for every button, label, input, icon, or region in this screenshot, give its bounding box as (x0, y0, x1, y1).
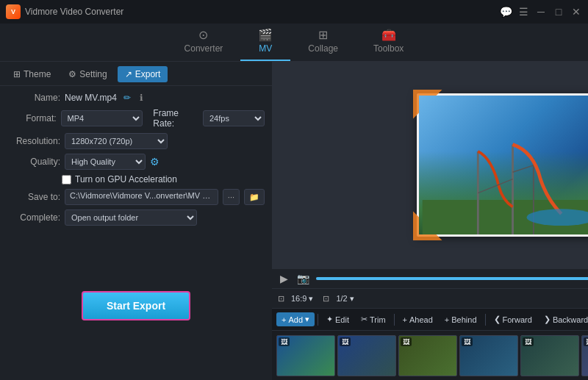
subtab-theme-label: Theme (24, 69, 51, 79)
trim-icon: ✂ (361, 315, 368, 324)
timeline-thumb-5[interactable]: 🖼 (520, 335, 579, 376)
maximize-button[interactable]: □ (553, 6, 564, 18)
resolution-row: Resolution: 1280x720 (720p) 1920x1080 (1… (7, 133, 265, 149)
edit-button[interactable]: ✦ Edit (321, 312, 354, 326)
bottom-toolbar: + Add ▾ ✦ Edit ✂ Trim + Ahead + Behind (272, 308, 588, 330)
timeline-thumb-6[interactable]: 🖼 (581, 335, 588, 376)
right-panel: + ▶ 📷 00:00:38.03/00:00:40.00 🔊 ⊡ (272, 62, 588, 380)
collage-icon: ⊞ (318, 28, 328, 42)
start-export-area: Start Export ← (0, 232, 272, 380)
save-path-display: C:\Vidmore\Vidmore V...onverter\MV Expor… (65, 189, 218, 205)
behind-icon: + (445, 315, 449, 324)
ratio-chevron-icon: ▾ (309, 294, 313, 304)
subtab-theme[interactable]: ⊞ Theme (6, 66, 58, 82)
ratio-value: 16:9 (291, 294, 306, 303)
title-bar-controls: 💬 ☰ ─ □ ✕ (500, 6, 582, 18)
toolbar-separator-2 (394, 314, 395, 326)
backward-label: Backward (553, 315, 588, 324)
fraction-button[interactable]: 1/2 ▾ (332, 293, 357, 305)
gpu-label: Turn on GPU Acceleration (75, 174, 177, 184)
timeline-thumb-3[interactable]: 🖼 (398, 335, 457, 376)
complete-label: Complete: (7, 212, 60, 223)
name-row: Name: New MV.mp4 ✏ ℹ (7, 92, 265, 104)
trim-button[interactable]: ✂ Trim (356, 312, 391, 326)
timeline-thumb-2[interactable]: 🖼 (337, 335, 396, 376)
forward-label: Forward (503, 315, 532, 324)
left-panel: ⊞ Theme ⚙ Setting ↗ Export Name: New MV.… (0, 62, 272, 380)
format-row: Format: MP4 MOV AVI Frame Rate: 24fps 30… (7, 108, 265, 129)
close-button[interactable]: ✕ (570, 6, 582, 18)
thumb-icon-5: 🖼 (523, 337, 534, 346)
fraction-chevron-icon: ▾ (350, 294, 354, 304)
forward-icon: ❮ (494, 315, 501, 324)
format-select[interactable]: MP4 MOV AVI (61, 110, 143, 126)
title-bar-left: V Vidmore Video Converter (6, 4, 123, 19)
toolbar-separator-1 (318, 314, 318, 326)
tab-toolbox[interactable]: 🧰 Toolbox (356, 24, 421, 61)
tab-mv[interactable]: 🎬 MV (240, 24, 290, 61)
add-button[interactable]: + Add ▾ (276, 312, 315, 326)
resolution-select[interactable]: 1280x720 (720p) 1920x1080 (1080p) (65, 133, 168, 149)
timeline-thumb-4[interactable]: 🖼 (459, 335, 518, 376)
ahead-button[interactable]: + Ahead (398, 313, 438, 326)
tab-collage[interactable]: ⊞ Collage (290, 24, 356, 61)
toolbox-icon: 🧰 (381, 28, 396, 42)
backward-icon: ❯ (544, 315, 551, 324)
main-layout: ⊞ Theme ⚙ Setting ↗ Export Name: New MV.… (0, 62, 588, 380)
subtab-export-label: Export (135, 69, 161, 79)
quality-gear-icon[interactable]: ⚙ (150, 156, 159, 168)
minimize-button[interactable]: ─ (535, 6, 547, 18)
backward-button[interactable]: ❯ Backward (539, 312, 588, 326)
subtab-setting-label: Setting (79, 69, 107, 79)
thumb-icon-4: 🖼 (462, 337, 473, 346)
behind-button[interactable]: + Behind (440, 313, 482, 326)
complete-select[interactable]: Open output folder Do nothing (65, 209, 197, 226)
subtab-export[interactable]: ↗ Export (118, 66, 168, 82)
frame-rate-select[interactable]: 24fps 30fps 60fps (203, 110, 265, 126)
waterpark-svg: + (419, 137, 589, 234)
start-export-button-large[interactable]: Start Export (82, 291, 190, 320)
start-export-label: Start Export (107, 300, 165, 312)
quality-row: Quality: High Quality Medium Quality ⚙ (7, 154, 265, 170)
thumb-icon-1: 🖼 (279, 337, 290, 346)
tab-collage-label: Collage (308, 43, 338, 54)
ratio-group: ⊡ 16:9 ▾ ⊡ 1/2 ▾ (278, 293, 358, 305)
play-button[interactable]: ▶ (278, 272, 290, 285)
thumb-icon-6: 🖼 (584, 337, 588, 346)
add-chevron-icon: ▾ (305, 315, 309, 324)
browse-button[interactable]: ··· (223, 189, 240, 205)
ahead-icon: + (403, 315, 407, 324)
subtab-setting[interactable]: ⚙ Setting (61, 66, 114, 82)
forward-button[interactable]: ❮ Forward (489, 312, 537, 326)
folder-button[interactable]: 📁 (244, 189, 265, 205)
tab-toolbox-label: Toolbox (373, 43, 404, 54)
preview-area: + (272, 62, 588, 268)
edit-name-button[interactable]: ✏ (121, 92, 133, 104)
name-value: New MV.mp4 (65, 93, 117, 103)
progress-bar[interactable] (316, 277, 588, 280)
app-title: Vidmore Video Converter (25, 7, 123, 17)
message-icon[interactable]: 💬 (500, 6, 512, 18)
complete-row: Complete: Open output folder Do nothing (7, 209, 265, 226)
gpu-row: Turn on GPU Acceleration (7, 174, 265, 184)
timeline-thumb-1[interactable]: 🖼 (276, 335, 335, 376)
nav-tabs: ⊙ Converter 🎬 MV ⊞ Collage 🧰 Toolbox (0, 24, 588, 62)
mv-icon: 🎬 (258, 28, 273, 42)
info-icon[interactable]: ℹ (137, 92, 146, 104)
save-row: Save to: C:\Vidmore\Vidmore V...onverter… (7, 189, 265, 205)
toolbar-separator-3 (485, 314, 486, 326)
screenshot-button[interactable]: 📷 (295, 272, 312, 285)
svg-line-4 (478, 179, 512, 193)
export-icon: ↗ (125, 69, 132, 79)
save-label: Save to: (7, 192, 60, 202)
gpu-checkbox[interactable] (62, 175, 71, 184)
tab-converter[interactable]: ⊙ Converter (167, 24, 241, 61)
sub-tabs: ⊞ Theme ⚙ Setting ↗ Export (0, 62, 272, 86)
name-label: Name: (7, 93, 60, 103)
menu-icon[interactable]: ☰ (517, 6, 529, 18)
resolution-label: Resolution: (7, 136, 60, 146)
aspect-ratio-button[interactable]: 16:9 ▾ (287, 293, 317, 305)
thumb-icon-2: 🖼 (340, 337, 351, 346)
svg-line-5 (512, 165, 533, 172)
quality-select[interactable]: High Quality Medium Quality (65, 154, 146, 170)
